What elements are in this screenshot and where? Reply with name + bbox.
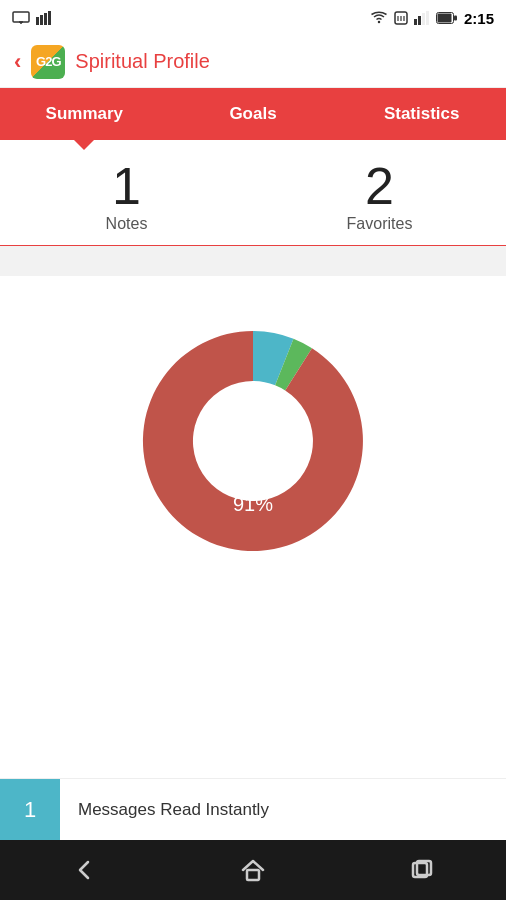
svg-rect-17 bbox=[454, 16, 457, 21]
svg-rect-3 bbox=[36, 17, 39, 25]
svg-rect-16 bbox=[437, 14, 451, 23]
svg-rect-18 bbox=[247, 870, 259, 880]
g2g-logo: G2G bbox=[31, 45, 65, 79]
home-nav-button[interactable] bbox=[233, 850, 273, 890]
tab-bar: Summary Goals Statistics bbox=[0, 88, 506, 140]
svg-rect-0 bbox=[13, 12, 29, 22]
tab-goals[interactable]: Goals bbox=[169, 88, 338, 140]
status-bar-left bbox=[12, 11, 52, 25]
chart-center-hole bbox=[195, 383, 311, 499]
recents-nav-button[interactable] bbox=[402, 850, 442, 890]
list-item-text: Messages Read Instantly bbox=[60, 800, 269, 820]
donut-chart-svg: 91% bbox=[113, 301, 393, 581]
tab-summary[interactable]: Summary bbox=[0, 88, 169, 140]
sim-icon bbox=[394, 11, 408, 25]
back-button[interactable]: ‹ bbox=[14, 49, 21, 75]
bottom-nav bbox=[0, 840, 506, 900]
favorites-label: Favorites bbox=[347, 215, 413, 233]
signal-icon bbox=[414, 11, 430, 25]
wifi-icon bbox=[370, 11, 388, 25]
list-item: 1 Messages Read Instantly bbox=[0, 778, 506, 840]
back-nav-icon bbox=[70, 856, 98, 884]
svg-rect-13 bbox=[422, 13, 425, 25]
chart-area: 91% bbox=[0, 276, 506, 606]
notes-number: 1 bbox=[112, 158, 141, 215]
svg-rect-4 bbox=[40, 15, 43, 25]
app-title: Spiritual Profile bbox=[75, 50, 210, 73]
separator-area bbox=[0, 246, 506, 276]
notes-label: Notes bbox=[106, 215, 148, 233]
donut-chart: 91% bbox=[113, 301, 393, 581]
svg-rect-11 bbox=[414, 19, 417, 25]
svg-rect-12 bbox=[418, 16, 421, 25]
svg-rect-6 bbox=[48, 11, 51, 25]
recents-nav-icon bbox=[408, 856, 436, 884]
status-bar-right: 2:15 bbox=[370, 10, 494, 27]
notes-stat: 1 Notes bbox=[0, 158, 253, 233]
stats-row: 1 Notes 2 Favorites bbox=[0, 140, 506, 246]
top-nav: ‹ G2G Spiritual Profile bbox=[0, 36, 506, 88]
favorites-stat: 2 Favorites bbox=[253, 158, 506, 233]
svg-rect-14 bbox=[426, 11, 429, 25]
svg-rect-5 bbox=[44, 13, 47, 25]
battery-icon bbox=[436, 12, 458, 24]
status-bar: 2:15 bbox=[0, 0, 506, 36]
chart-percent-label: 91% bbox=[233, 493, 273, 515]
tab-statistics[interactable]: Statistics bbox=[337, 88, 506, 140]
home-nav-icon bbox=[239, 856, 267, 884]
favorites-number: 2 bbox=[365, 158, 394, 215]
bars-icon bbox=[36, 11, 52, 25]
list-number-badge: 1 bbox=[0, 779, 60, 841]
status-time: 2:15 bbox=[464, 10, 494, 27]
back-nav-button[interactable] bbox=[64, 850, 104, 890]
screen-icon bbox=[12, 11, 30, 25]
